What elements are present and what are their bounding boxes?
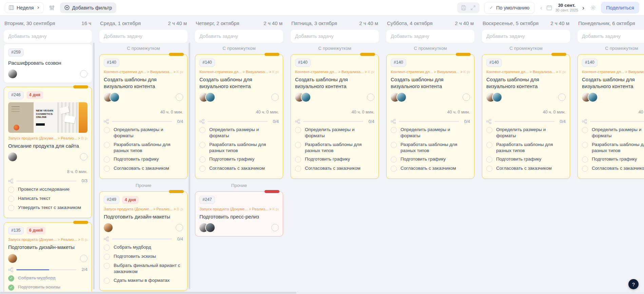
settings-gear-icon[interactable] [590,5,596,11]
assignee-avatar[interactable] [493,93,502,102]
column-scrollbar[interactable] [93,43,95,289]
share-button[interactable]: Поделиться [601,2,639,14]
complete-task-button[interactable] [80,255,87,262]
checkbox-checked[interactable]: ✓ [8,285,14,291]
complete-task-button[interactable] [80,70,87,78]
checkbox[interactable] [295,166,301,172]
breadcrumb[interactable]: Запуск продукта (Докуме...>Реализ...>В р… [8,237,87,241]
current-date[interactable]: 30 сент. 30 сент. 2025 [555,3,578,13]
checkbox[interactable] [104,245,110,251]
checkbox[interactable] [486,142,492,148]
task-title[interactable]: Расшифровать созвон [8,60,87,66]
task-title[interactable]: Создать шаблоны для визуального контента [391,76,470,90]
checkbox[interactable] [582,166,588,172]
complete-task-button[interactable] [463,93,470,101]
task-title[interactable]: Подготовить пресс-релиз [199,213,279,220]
horizontal-scrollbar-thumb[interactable] [0,292,296,294]
task-card-140[interactable]: #140 Контент-стратегия дл...>Визуализа..… [386,54,474,179]
checkbox[interactable] [199,166,206,172]
checkbox[interactable] [295,127,301,133]
prev-week-button[interactable]: ‹ [539,4,543,12]
complete-task-button[interactable] [271,93,279,101]
assignee-avatar[interactable] [588,93,597,102]
checkbox[interactable] [582,142,588,148]
task-card-135[interactable]: #135 6 дней Запуск продукта (Докуме...>Р… [4,222,92,294]
checkbox[interactable] [104,127,110,133]
task-title[interactable]: Создать шаблоны для визуального контента [199,76,279,90]
assignee-avatar[interactable] [206,93,215,102]
checkbox[interactable] [104,254,110,260]
assignee-avatar[interactable] [8,254,17,263]
task-title[interactable]: Создать шаблоны для визуального контента [486,76,566,90]
task-card-246[interactable]: #246 4 дня NEW VEGAN COSMETICS ONLINE [4,87,92,218]
checkbox[interactable] [8,187,14,193]
assignee-avatar[interactable] [397,93,406,102]
checkbox[interactable] [391,156,397,163]
assignee-avatar[interactable] [8,69,17,78]
checkbox[interactable] [295,156,301,163]
save-icon[interactable] [461,5,466,10]
checkbox[interactable] [104,263,110,269]
add-task-input[interactable] [291,30,379,43]
checkbox[interactable] [199,156,206,163]
complete-task-button[interactable] [367,93,374,101]
checkbox[interactable] [104,278,110,284]
assignee-avatar[interactable] [110,93,119,102]
add-task-input[interactable] [99,30,188,43]
task-title[interactable]: Подготовить дизайн-макеты [104,213,183,220]
add-task-input[interactable] [4,30,92,43]
breadcrumb[interactable]: Контент-стратегия дл...>Визуализа...>К р… [295,70,374,74]
assignee-avatar[interactable] [104,223,113,232]
checkbox[interactable] [486,156,492,163]
breadcrumb[interactable]: Контент-стратегия дл...>Визуализа...>К р… [104,70,183,74]
checkbox[interactable] [104,142,110,148]
checkbox[interactable] [295,142,301,148]
checkbox-checked[interactable]: ✓ [8,275,14,281]
breadcrumb[interactable]: Запуск продукта (Докуме...>Реализ...>В р… [104,207,183,211]
complete-task-button[interactable] [176,224,183,231]
checkbox[interactable] [8,205,14,211]
task-card-140[interactable]: #140 Контент-стратегия дл...>Визуализа..… [99,54,188,179]
task-cover-image[interactable]: NEW VEGAN COSMETICS ONLINE [8,102,87,133]
checkbox[interactable] [391,127,397,133]
add-task-input[interactable] [578,30,644,43]
task-title[interactable]: Создать шаблоны для визуального контента [582,76,644,90]
add-task-input[interactable] [482,30,570,43]
task-card-247[interactable]: #247 Запуск продукта (Докуме...>Реализ..… [195,191,283,236]
checkbox[interactable] [486,127,492,133]
complete-task-button[interactable] [176,93,183,101]
checkbox[interactable] [582,127,588,133]
checkbox[interactable] [8,196,14,202]
checkbox[interactable] [486,166,492,172]
add-task-input[interactable] [386,30,474,43]
task-title[interactable]: Создать шаблоны для визуального контента [295,76,374,90]
checkbox[interactable] [199,127,206,133]
breadcrumb[interactable]: Запуск продукта (Докуме...>Реализ...>К р… [199,207,279,211]
task-title[interactable]: Описание продукта для сайта [8,143,87,149]
filter-sliders-icon[interactable] [48,4,56,12]
task-card-140[interactable]: #140 Контент-стратегия дл...>Визуализа..… [291,54,379,179]
preset-dropdown[interactable]: ✓ По умолчанию [484,2,534,14]
horizontal-scrollbar[interactable] [0,292,644,294]
add-filter-button[interactable]: Добавить фильтр [60,2,117,13]
checkbox[interactable] [391,142,397,148]
breadcrumb[interactable]: Контент-стратегия дл...>Визуализа...>К р… [582,70,644,74]
checkbox[interactable] [199,142,206,148]
task-card-259[interactable]: #259 Расшифровать созвон [4,44,92,83]
task-card-140[interactable]: #140 Контент-стратегия дл...>Визуализа..… [578,54,644,179]
assignee-avatar[interactable] [8,152,17,161]
task-title[interactable]: Создать шаблоны для визуального контента [104,76,183,90]
next-week-button[interactable]: › [581,4,585,12]
assignee-avatar[interactable] [206,223,215,232]
help-button[interactable]: ? [628,279,639,289]
checkbox[interactable] [104,156,110,163]
assignee-avatar[interactable] [301,93,310,102]
task-title[interactable]: Подготовить дизайн-макеты [8,244,87,251]
breadcrumb[interactable]: Контент-стратегия дл...>Визуализа...>К р… [199,70,279,74]
complete-task-button[interactable] [80,153,87,161]
breadcrumb[interactable]: Контент-стратегия дл...>Визуализа...>К р… [391,70,470,74]
task-card-140[interactable]: #140 Контент-стратегия дл...>Визуализа..… [195,54,283,179]
task-card-140[interactable]: #140 Контент-стратегия дл...>Визуализа..… [482,54,570,179]
checkbox[interactable] [391,166,397,172]
breadcrumb[interactable]: Контент-стратегия дл...>Визуализа...>К р… [486,70,566,74]
